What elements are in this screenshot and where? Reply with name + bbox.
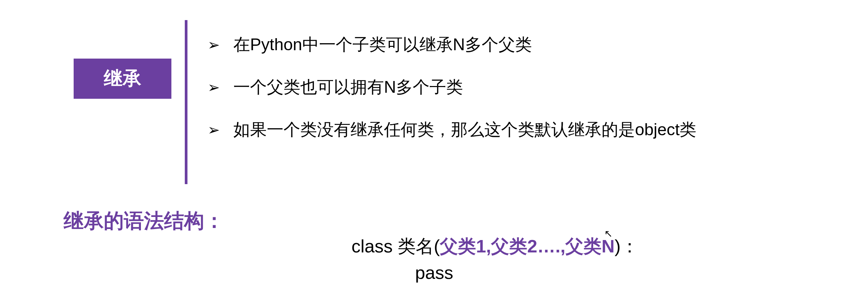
title-badge: 继承: [74, 59, 172, 99]
syntax-heading: 继承的语法结构：: [64, 208, 224, 235]
syntax-code-block: class 类名(父类1,父类2….,父类N)： pass: [351, 234, 639, 283]
bullet-marker-icon: ➢: [208, 121, 220, 138]
bullet-marker-icon: ➢: [208, 79, 220, 96]
code-prefix: class 类名(: [351, 236, 440, 256]
bullet-item: ➢ 如果一个类没有继承任何类，那么这个类默认继承的是object类: [208, 119, 696, 141]
code-suffix: )：: [615, 236, 639, 256]
code-line-1: class 类名(父类1,父类2….,父类N)：: [351, 234, 639, 259]
bullet-item: ➢ 在Python中一个子类可以继承N多个父类: [208, 33, 696, 56]
bullet-list: ➢ 在Python中一个子类可以继承N多个父类 ➢ 一个父类也可以拥有N多个子类…: [208, 20, 696, 161]
code-params: 父类1,父类2….,父类N: [440, 236, 615, 256]
code-line-2: pass: [351, 262, 639, 283]
cursor-icon: ↖: [604, 228, 613, 239]
bullet-item: ➢ 一个父类也可以拥有N多个子类: [208, 76, 696, 98]
bullet-text: 在Python中一个子类可以继承N多个父类: [233, 33, 532, 56]
bullet-text: 一个父类也可以拥有N多个子类: [233, 76, 463, 98]
bullet-text: 如果一个类没有继承任何类，那么这个类默认继承的是object类: [233, 119, 696, 141]
vertical-divider: [185, 20, 187, 184]
bullet-marker-icon: ➢: [208, 36, 220, 53]
top-section: 继承 ➢ 在Python中一个子类可以继承N多个父类 ➢ 一个父类也可以拥有N多…: [0, 0, 868, 184]
